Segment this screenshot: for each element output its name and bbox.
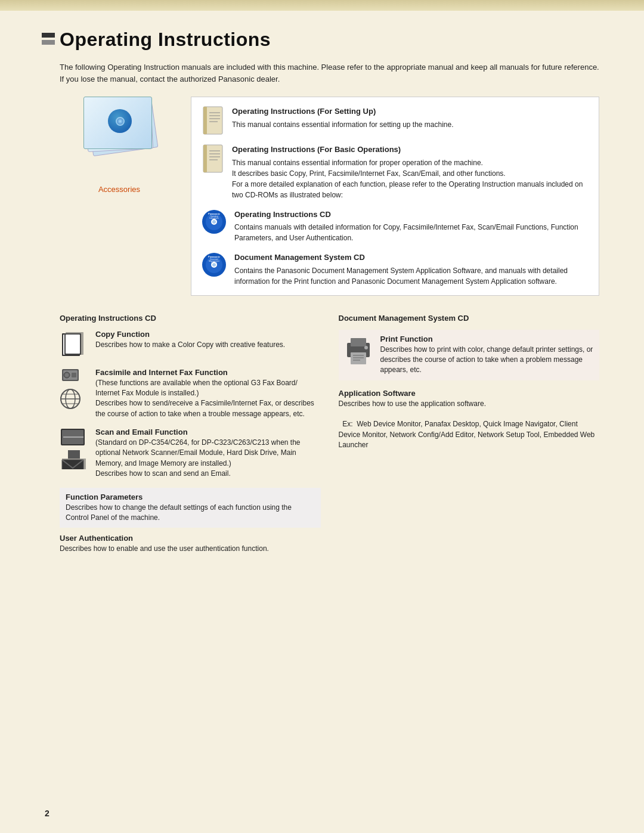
left-column: Operating Instructions CD Copy Function …	[60, 314, 333, 561]
svg-rect-53	[353, 360, 360, 361]
print-function-item: Print Function Describes how to print wi…	[339, 330, 600, 380]
page-number: 2	[45, 809, 49, 818]
copy-function-item: Copy Function Describes how to make a Co…	[60, 330, 321, 360]
user-auth-item: User Authentication Describes how to ena…	[60, 534, 321, 560]
user-auth-title: User Authentication	[60, 534, 321, 543]
page-title: Operating Instructions	[60, 29, 599, 51]
print-function-title: Print Function	[380, 335, 594, 343]
info-title-basic-ops: Operating Instructions (For Basic Operat…	[232, 144, 589, 156]
fax-function-desc: (These functions are available when the …	[95, 378, 321, 420]
info-desc-basic-ops: This manual contains essential informati…	[232, 157, 589, 200]
info-box: Operating Instructions (For Setting Up) …	[191, 97, 599, 296]
function-params-item: Function Parameters Describes how to cha…	[60, 488, 321, 528]
info-item-setting-up: Operating Instructions (For Setting Up) …	[201, 106, 589, 135]
cd-icon-oi: Panasonic Operating Instructions	[201, 209, 227, 235]
scan-function-item: Scan and Email Function (Standard on DP-…	[60, 428, 321, 479]
app-software-title: Application Software	[339, 389, 600, 398]
svg-point-15	[212, 220, 216, 224]
book-icon-setting-up	[201, 106, 225, 135]
info-title-oi-cd: Operating Instructions CD	[234, 209, 589, 221]
info-item-oi-cd: Panasonic Operating Instructions Operati…	[201, 209, 589, 244]
svg-point-54	[364, 346, 368, 349]
svg-rect-1	[203, 107, 207, 134]
app-software-desc: Describes how to use the application sof…	[339, 399, 600, 451]
right-column-header: Document Management System CD	[339, 314, 600, 323]
function-params-desc: Describes how to change the default sett…	[66, 503, 315, 524]
svg-marker-45	[68, 450, 80, 459]
svg-text:System: System	[211, 262, 218, 264]
accessories-image	[66, 97, 173, 180]
accessories-area: Accessories	[60, 97, 179, 194]
svg-rect-31	[66, 335, 80, 354]
info-desc-oi-cd: Contains manuals with detailed informati…	[234, 222, 589, 243]
svg-rect-7	[203, 145, 207, 172]
copy-function-title: Copy Function	[95, 330, 321, 339]
fax-icon	[60, 368, 88, 398]
svg-point-35	[65, 373, 69, 377]
info-desc-dms-cd: Contains the Panasonic Document Manageme…	[234, 265, 589, 287]
svg-text:Instructions: Instructions	[209, 217, 219, 219]
svg-rect-51	[353, 355, 364, 356]
fax-function-title: Facsimile and Internet Fax Function	[95, 368, 321, 377]
book-icon-basic-ops	[201, 144, 225, 174]
info-title-setting-up: Operating Instructions (For Setting Up)	[232, 106, 589, 117]
copy-icon	[60, 330, 88, 360]
left-accent-bars	[42, 33, 55, 45]
top-decorative-bar	[0, 0, 644, 11]
intro-text: The following Operating Instruction manu…	[60, 61, 599, 85]
svg-rect-36	[72, 373, 76, 377]
fax-function-item: Facsimile and Internet Fax Function (The…	[60, 368, 321, 420]
copy-function-desc: Describes how to make a Color Copy with …	[95, 340, 321, 350]
cd-icon-dms: Panasonic Document Management System	[201, 252, 227, 278]
print-icon	[345, 335, 373, 364]
info-title-dms-cd: Document Management System CD	[234, 252, 589, 264]
right-column: Document Management System CD Print	[333, 314, 600, 561]
app-software-item: Application Software Describes how to us…	[339, 389, 600, 451]
user-auth-desc: Describes how to enable and use the user…	[60, 544, 321, 554]
svg-rect-52	[353, 357, 364, 358]
info-desc-setting-up: This manual contains essential informati…	[232, 119, 589, 130]
left-column-header: Operating Instructions CD	[60, 314, 321, 323]
accessories-label: Accessories	[98, 185, 140, 194]
scan-function-title: Scan and Email Function	[95, 428, 321, 436]
info-item-basic-ops: Operating Instructions (For Basic Operat…	[201, 144, 589, 200]
svg-rect-49	[351, 338, 366, 346]
bottom-section: Operating Instructions CD Copy Function …	[60, 314, 599, 561]
scan-function-desc: (Standard on DP-C354/C264, for DP-C323/C…	[95, 438, 321, 479]
print-function-desc: Describes how to print with color, chang…	[380, 345, 594, 376]
overview-section: Accessories	[60, 97, 599, 296]
info-item-dms-cd: Panasonic Document Management System Doc…	[201, 252, 589, 287]
function-params-title: Function Parameters	[66, 493, 315, 501]
scan-icon	[60, 428, 88, 457]
